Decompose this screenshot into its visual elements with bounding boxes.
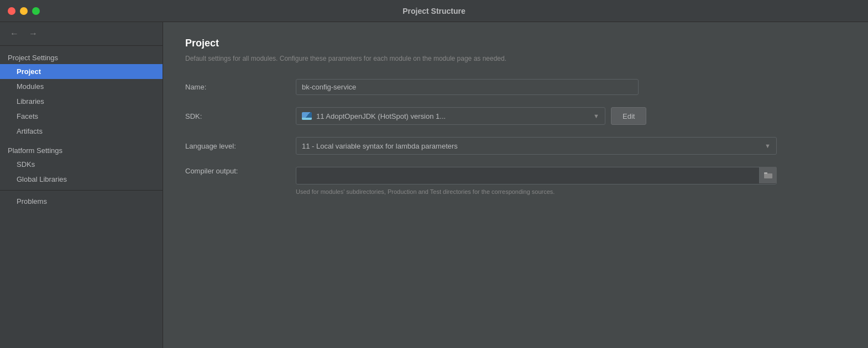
- content-area: Project Default settings for all modules…: [163, 22, 868, 348]
- lang-chevron-icon: ▼: [765, 143, 771, 149]
- sdk-row: SDK: 11 AdoptOpenJDK (HotSpot) version 1…: [185, 107, 846, 125]
- sdk-folder-icon: [302, 112, 312, 120]
- sdk-chevron-icon: ▼: [593, 113, 599, 119]
- sidebar: ← → Project Settings Project Modules Lib…: [0, 22, 163, 348]
- window-title: Project Structure: [402, 7, 466, 15]
- sdk-label: SDK:: [185, 112, 296, 120]
- content-subtitle: Default settings for all modules. Config…: [185, 54, 846, 64]
- back-arrow[interactable]: ←: [8, 28, 21, 40]
- compiler-hint: Used for modules' subdirectories, Produc…: [296, 188, 846, 196]
- name-label: Name:: [185, 83, 296, 91]
- compiler-output-label: Compiler output:: [185, 167, 296, 175]
- compiler-browse-button[interactable]: [759, 167, 777, 183]
- sidebar-item-global-libraries[interactable]: Global Libraries: [0, 172, 163, 187]
- language-level-value: 11 - Local variable syntax for lambda pa…: [302, 142, 458, 150]
- sdk-value: 11 AdoptOpenJDK (HotSpot) version 1...: [316, 112, 446, 120]
- sidebar-item-facets[interactable]: Facets: [0, 109, 163, 124]
- name-control: [296, 79, 846, 95]
- content-title: Project: [185, 38, 846, 49]
- titlebar: Project Structure: [0, 0, 868, 22]
- sdk-edit-button[interactable]: Edit: [611, 107, 646, 125]
- sidebar-item-problems[interactable]: Problems: [0, 194, 163, 209]
- sdk-select[interactable]: 11 AdoptOpenJDK (HotSpot) version 1... ▼: [296, 107, 605, 125]
- language-level-select[interactable]: 11 - Local variable syntax for lambda pa…: [296, 137, 777, 155]
- sidebar-item-sdks[interactable]: SDKs: [0, 157, 163, 172]
- nav-arrows: ← →: [0, 22, 163, 46]
- sidebar-item-artifacts[interactable]: Artifacts: [0, 124, 163, 139]
- compiler-output-input[interactable]: [296, 167, 777, 184]
- name-input[interactable]: [296, 79, 639, 95]
- sidebar-item-libraries[interactable]: Libraries: [0, 94, 163, 109]
- language-level-label: Language level:: [185, 142, 296, 150]
- forward-arrow[interactable]: →: [27, 28, 40, 40]
- svg-rect-1: [764, 172, 767, 174]
- svg-rect-0: [764, 173, 772, 178]
- compiler-output-control: Used for modules' subdirectories, Produc…: [296, 167, 846, 196]
- close-button[interactable]: [8, 7, 15, 15]
- compiler-input-wrap: [296, 167, 777, 184]
- name-row: Name:: [185, 79, 846, 95]
- main-layout: ← → Project Settings Project Modules Lib…: [0, 22, 868, 348]
- traffic-lights: [8, 7, 40, 15]
- maximize-button[interactable]: [32, 7, 40, 15]
- compiler-output-row: Compiler output: Used for modules' subdi…: [185, 167, 846, 196]
- language-level-row: Language level: 11 - Local variable synt…: [185, 137, 846, 155]
- sdk-control: 11 AdoptOpenJDK (HotSpot) version 1... ▼…: [296, 107, 846, 125]
- project-settings-label: Project Settings: [0, 46, 163, 64]
- sidebar-divider: [0, 190, 163, 191]
- folder-icon: [764, 172, 773, 178]
- platform-settings-label: Platform Settings: [0, 139, 163, 157]
- sidebar-item-modules[interactable]: Modules: [0, 79, 163, 94]
- sidebar-item-project[interactable]: Project: [0, 64, 163, 79]
- language-level-control: 11 - Local variable syntax for lambda pa…: [296, 137, 846, 155]
- minimize-button[interactable]: [20, 7, 28, 15]
